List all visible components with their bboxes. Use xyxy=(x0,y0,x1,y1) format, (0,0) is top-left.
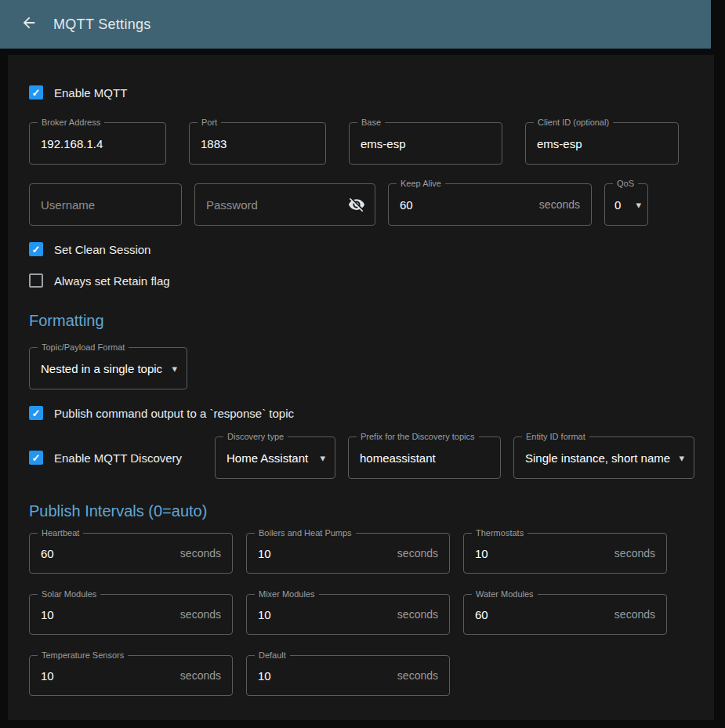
keep-alive-input[interactable] xyxy=(389,198,539,212)
mixer-modules-field[interactable]: Mixer Modules seconds xyxy=(246,594,450,635)
heartbeat-input[interactable] xyxy=(30,547,180,560)
temperature-sensors-input[interactable] xyxy=(30,669,180,683)
password-field[interactable] xyxy=(194,183,375,226)
username-field[interactable] xyxy=(29,183,182,226)
port-field[interactable]: Port xyxy=(189,122,326,165)
keep-alive-field[interactable]: Keep Alive seconds xyxy=(388,183,592,226)
topic-format-value: Nested in a single topic xyxy=(30,362,172,375)
app-bar: MQTT Settings xyxy=(0,0,711,49)
chevron-down-icon: ▾ xyxy=(679,452,694,464)
page-title: MQTT Settings xyxy=(53,16,151,33)
base-input[interactable] xyxy=(350,137,502,150)
default-interval-field[interactable]: Default seconds xyxy=(246,655,450,696)
thermostats-label: Thermostats xyxy=(472,528,527,538)
publish-intervals-grid: Heartbeat seconds Boilers and Heat Pumps… xyxy=(29,533,714,696)
solar-modules-suffix: seconds xyxy=(180,608,232,621)
broker-address-field[interactable]: Broker Address xyxy=(29,122,166,165)
publish-response-label: Publish command output to a `response` t… xyxy=(54,407,294,420)
client-id-field[interactable]: Client ID (optional) xyxy=(525,122,679,165)
water-modules-field[interactable]: Water Modules seconds xyxy=(463,594,667,635)
discovery-type-value: Home Assistant xyxy=(216,451,320,465)
solar-modules-input[interactable] xyxy=(30,608,180,621)
heartbeat-suffix: seconds xyxy=(180,547,232,560)
keep-alive-label: Keep Alive xyxy=(397,179,445,189)
retain-flag-checkbox[interactable]: ✓ xyxy=(29,273,43,288)
entity-id-format-value: Single instance, short name xyxy=(514,451,679,465)
clean-session-checkbox-row[interactable]: ✓ Set Clean Session xyxy=(29,241,714,257)
base-field[interactable]: Base xyxy=(349,122,502,165)
thermostats-input[interactable] xyxy=(464,547,614,560)
publish-response-checkbox-row[interactable]: ✓ Publish command output to a `response`… xyxy=(29,405,714,421)
keep-alive-suffix: seconds xyxy=(539,198,591,211)
entity-id-format-label: Entity ID format xyxy=(522,432,589,442)
mixer-modules-label: Mixer Modules xyxy=(255,589,319,599)
boilers-field[interactable]: Boilers and Heat Pumps seconds xyxy=(246,533,450,574)
enable-mqtt-checkbox-row[interactable]: ✓ Enable MQTT xyxy=(29,85,714,100)
client-id-input[interactable] xyxy=(526,137,678,150)
default-interval-label: Default xyxy=(255,650,290,661)
temperature-sensors-suffix: seconds xyxy=(180,669,232,682)
visibility-off-icon[interactable] xyxy=(348,196,375,213)
base-label: Base xyxy=(357,118,385,128)
water-modules-label: Water Modules xyxy=(472,589,538,599)
solar-modules-label: Solar Modules xyxy=(38,589,100,599)
default-interval-input[interactable] xyxy=(247,669,397,683)
check-icon: ✓ xyxy=(32,453,41,463)
water-modules-input[interactable] xyxy=(464,608,614,621)
chevron-down-icon: ▾ xyxy=(172,363,187,375)
publish-response-checkbox[interactable]: ✓ xyxy=(29,406,43,420)
discovery-row: ✓ Enable MQTT Discovery Discovery type H… xyxy=(29,436,714,479)
water-modules-suffix: seconds xyxy=(614,608,666,621)
thermostats-field[interactable]: Thermostats seconds xyxy=(463,533,667,574)
boilers-label: Boilers and Heat Pumps xyxy=(255,528,356,538)
heartbeat-field[interactable]: Heartbeat seconds xyxy=(29,533,233,574)
temperature-sensors-field[interactable]: Temperature Sensors seconds xyxy=(29,655,233,696)
formatting-heading: Formatting xyxy=(29,312,714,330)
password-input[interactable] xyxy=(195,198,348,212)
retain-flag-checkbox-row[interactable]: ✓ Always set Retain flag xyxy=(29,273,714,288)
enable-discovery-label: Enable MQTT Discovery xyxy=(54,451,182,465)
qos-label: QoS xyxy=(613,179,638,189)
temperature-sensors-label: Temperature Sensors xyxy=(38,650,128,661)
check-icon: ✓ xyxy=(32,244,41,255)
qos-select[interactable]: QoS 0 ▾ xyxy=(604,183,648,226)
retain-flag-label: Always set Retain flag xyxy=(54,274,170,288)
client-id-label: Client ID (optional) xyxy=(534,118,613,128)
topic-format-label: Topic/Payload Format xyxy=(38,342,129,353)
chevron-down-icon: ▾ xyxy=(636,199,647,211)
broker-row: Broker Address Port Base Client ID (opti… xyxy=(29,122,714,165)
topic-format-select[interactable]: Topic/Payload Format Nested in a single … xyxy=(29,347,187,389)
mqtt-settings-panel: ✓ Enable MQTT Broker Address Port Base C… xyxy=(8,55,714,720)
entity-id-format-select[interactable]: Entity ID format Single instance, short … xyxy=(513,436,694,479)
qos-value: 0 xyxy=(605,198,636,212)
discovery-type-select[interactable]: Discovery type Home Assistant ▾ xyxy=(215,436,335,479)
enable-discovery-checkbox-row[interactable]: ✓ Enable MQTT Discovery xyxy=(29,450,202,465)
username-input[interactable] xyxy=(30,198,181,212)
boilers-suffix: seconds xyxy=(397,547,449,560)
clean-session-checkbox[interactable]: ✓ xyxy=(29,242,43,256)
discovery-prefix-input[interactable] xyxy=(349,451,500,465)
solar-modules-field[interactable]: Solar Modules seconds xyxy=(29,594,233,635)
chevron-down-icon: ▾ xyxy=(320,452,335,464)
discovery-type-label: Discovery type xyxy=(223,432,288,442)
back-button[interactable] xyxy=(20,14,38,34)
boilers-input[interactable] xyxy=(247,547,397,560)
enable-discovery-checkbox[interactable]: ✓ xyxy=(29,451,43,465)
default-interval-suffix: seconds xyxy=(397,669,449,682)
discovery-prefix-field[interactable]: Prefix for the Discovery topics xyxy=(348,436,501,479)
mixer-modules-input[interactable] xyxy=(247,608,397,621)
discovery-prefix-label: Prefix for the Discovery topics xyxy=(357,432,479,442)
port-input[interactable] xyxy=(190,137,325,150)
auth-row: Keep Alive seconds QoS 0 ▾ xyxy=(29,183,714,226)
check-icon: ✓ xyxy=(32,408,41,418)
enable-mqtt-checkbox[interactable]: ✓ xyxy=(29,85,43,100)
mixer-modules-suffix: seconds xyxy=(397,608,449,621)
enable-mqtt-label: Enable MQTT xyxy=(54,86,127,100)
port-label: Port xyxy=(198,118,221,128)
broker-address-input[interactable] xyxy=(30,137,165,150)
back-arrow-icon xyxy=(20,14,38,34)
check-icon: ✓ xyxy=(32,88,41,98)
heartbeat-label: Heartbeat xyxy=(38,528,83,538)
broker-address-label: Broker Address xyxy=(38,118,104,128)
publish-intervals-heading: Publish Intervals (0=auto) xyxy=(29,502,714,520)
